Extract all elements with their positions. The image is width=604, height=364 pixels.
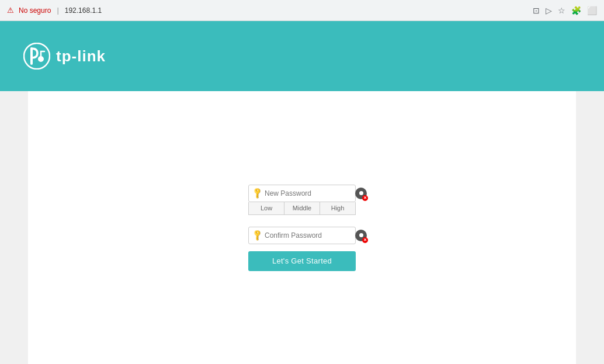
confirm-password-field-row: 🔑 ✕ xyxy=(248,227,356,244)
strength-low: Low xyxy=(249,202,284,214)
puzzle-icon[interactable]: 🧩 xyxy=(571,6,581,15)
play-icon[interactable]: ▷ xyxy=(546,6,552,15)
svg-point-1 xyxy=(38,56,44,62)
tplink-logo-icon xyxy=(23,43,50,70)
main-content: 🔑 ✕ Low Middle High 🔑 ✕ xyxy=(28,91,576,364)
page: tp-link 🔑 ✕ Low Middle High 🔑 xyxy=(0,21,604,364)
star-icon[interactable]: ☆ xyxy=(558,6,565,15)
url-display: 192.168.1.1 xyxy=(65,6,102,15)
screenshot-icon[interactable]: ⊡ xyxy=(533,6,540,15)
confirm-password-input[interactable] xyxy=(265,231,352,240)
password-strength-bar: Low Middle High xyxy=(248,202,356,215)
login-form: 🔑 ✕ Low Middle High 🔑 ✕ xyxy=(248,185,356,271)
browser-icon-group: ⊡ ▷ ☆ 🧩 ⬜ xyxy=(533,6,597,15)
security-warning: No seguro xyxy=(19,6,51,15)
confirm-password-toggle-button[interactable]: ✕ xyxy=(355,229,367,242)
logo-container: tp-link xyxy=(23,43,106,70)
logo-text: tp-link xyxy=(56,47,106,65)
window-icon[interactable]: ⬜ xyxy=(587,6,597,15)
key-icon: 🔑 xyxy=(251,187,263,200)
new-password-toggle-button[interactable]: ✕ xyxy=(355,187,367,200)
red-x-badge: ✕ xyxy=(362,195,368,201)
red-x-badge-confirm: ✕ xyxy=(362,237,368,243)
key-icon-confirm: 🔑 xyxy=(251,229,263,242)
strength-middle: Middle xyxy=(284,202,320,214)
new-password-input[interactable] xyxy=(265,189,352,197)
new-password-field-row: 🔑 ✕ xyxy=(248,185,356,202)
warning-triangle-icon: ⚠ xyxy=(7,6,14,15)
submit-button[interactable]: Let's Get Started xyxy=(248,251,356,271)
header: tp-link xyxy=(0,21,604,91)
url-separator: | xyxy=(57,6,58,15)
browser-chrome: ⚠ No seguro | 192.168.1.1 ⊡ ▷ ☆ 🧩 ⬜ xyxy=(0,0,604,21)
strength-high: High xyxy=(320,202,355,214)
